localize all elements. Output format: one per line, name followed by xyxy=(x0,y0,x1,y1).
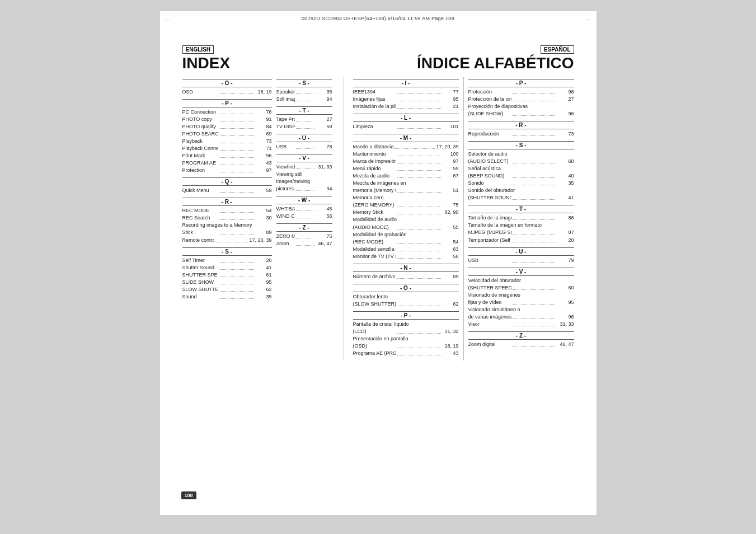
entry-dots xyxy=(513,94,556,101)
section-header: - R - xyxy=(468,121,574,129)
entry-page: 17, 20, 39 xyxy=(249,237,271,244)
entry-name: PC Connection xyxy=(182,109,218,116)
entry-name: fijas y de vídeo xyxy=(468,299,512,306)
entry-name: Shutter Sound xyxy=(182,264,218,271)
entry-name: Monitor de TV (TV DISPLAY) xyxy=(353,253,397,260)
entry-page: 61 xyxy=(255,271,272,279)
entry-name: (LCD) xyxy=(353,328,397,335)
entry-name: Zoom xyxy=(276,240,295,247)
index-entry: Reproducción 73 xyxy=(468,130,574,138)
entry-page: 62 xyxy=(442,301,459,308)
entry-page: 75 xyxy=(316,233,332,240)
entry-page: 60 xyxy=(557,284,574,292)
entry-name: PHOTO copy xyxy=(182,116,218,123)
entry-page: 91 xyxy=(255,116,272,123)
index-entry: TV DISPLAY 58 xyxy=(276,123,332,130)
entry-page: 95 xyxy=(557,299,574,306)
entry-dots xyxy=(397,326,441,334)
entry-dots xyxy=(397,271,441,279)
entry-dots xyxy=(219,87,254,94)
entry-dots xyxy=(397,101,441,109)
entry-page: 97 xyxy=(442,158,459,165)
entry-page: 58 xyxy=(442,253,459,260)
entry-dots xyxy=(219,263,254,270)
index-entry: (SLIDE SHOW) 96 xyxy=(468,110,574,118)
entry-page: 40 xyxy=(557,172,574,180)
entry-page: 78 xyxy=(316,143,332,151)
entry-page: 101 xyxy=(442,123,459,130)
entry-dots xyxy=(219,129,254,136)
entry-name: Playback xyxy=(182,138,218,145)
index-entry: Monitor de TV (TV DISPLAY) 58 xyxy=(353,253,459,260)
entry-dots xyxy=(296,204,314,211)
entry-name: Menú rápido xyxy=(353,165,397,172)
entry-page: 100 xyxy=(442,151,459,158)
lang-header: ENGLISH INDEX ESPAÑOL ÍNDICE ALFABÉTICO xyxy=(182,44,574,72)
entry-dots xyxy=(219,205,254,213)
entry-dots xyxy=(219,292,254,299)
index-entry: fijas y de vídeo 95 xyxy=(468,299,574,306)
entry-dots xyxy=(296,142,314,149)
entry-page: 41 xyxy=(255,264,272,271)
index-entry: (SLOW SHUTTER) 62 xyxy=(353,301,459,308)
entry-dots xyxy=(296,87,314,94)
entry-name: SLIDE SHOW xyxy=(182,279,218,286)
entry-page: 73 xyxy=(557,130,574,138)
entry-dots xyxy=(296,238,314,246)
section-header: - L - xyxy=(353,114,459,122)
entry-name: Marca de impresión xyxy=(353,158,397,165)
entry-name: Protection xyxy=(182,167,218,174)
entry-dots xyxy=(296,162,314,169)
english-col-2: - S -Speaker 35Still images 94- T -Tape … xyxy=(276,77,332,304)
entry-page: 35 xyxy=(255,293,272,301)
entry-name: TV DISPLAY xyxy=(276,123,295,130)
entry-dots xyxy=(219,227,254,235)
entry-name: Sound xyxy=(182,293,218,301)
entry-dots xyxy=(513,178,556,185)
entry-name: Stick . xyxy=(182,229,218,236)
entry-name: USB xyxy=(276,143,295,151)
entry-page: 35 xyxy=(316,88,332,96)
entry-dots xyxy=(513,227,556,235)
content-area: - O -OSD 18, 19- P -PC Connection 76PHOT… xyxy=(182,77,574,360)
index-entry: memoria (Memory Mix) 51 xyxy=(353,187,459,194)
index-section: - V -Viewfinder 31, 33Viewing still imag… xyxy=(276,154,332,193)
entry-name: PROGRAM AE xyxy=(182,160,218,167)
entry-page: 89 xyxy=(442,273,459,280)
entry-page: 87 xyxy=(557,229,574,236)
entry-page: 27 xyxy=(316,116,332,123)
section-header: - T - xyxy=(468,205,574,213)
index-entry: Instalación de la pila de litio 21 xyxy=(353,103,459,110)
entry-dots xyxy=(296,231,314,238)
index-entry: Still images 94 xyxy=(276,96,332,103)
entry-page: 20 xyxy=(255,257,272,264)
index-entry: Tamaño de la imagen 86 xyxy=(468,214,574,222)
section-header: - S - xyxy=(468,141,574,149)
index-entry: Visor 31, 33 xyxy=(468,321,574,328)
entry-name: Imágenes fijas xyxy=(353,96,397,103)
section-header: - I - xyxy=(353,79,459,87)
entry-page: 94 xyxy=(316,96,332,103)
index-entry: USB 79 xyxy=(468,257,574,264)
index-section: - P -Pantalla de cristal líquido (LCD) 3… xyxy=(353,311,459,357)
entry-dots xyxy=(513,339,556,346)
entry-dots xyxy=(397,207,441,214)
entry-dots xyxy=(219,270,254,277)
entry-dots xyxy=(395,142,435,149)
entry-dots xyxy=(513,255,556,263)
spanish-col-1: - I -IEEE1394 77Imágenes fijas 95Instala… xyxy=(349,77,463,360)
entry-dots xyxy=(513,319,556,326)
entry-dots xyxy=(219,185,254,193)
entry-name: REC Search xyxy=(182,214,218,222)
section-header: - W - xyxy=(276,196,332,204)
entry-dots xyxy=(219,143,254,151)
entry-name: Quick Menu xyxy=(182,187,218,194)
section-header: - T - xyxy=(276,106,332,115)
entry-page: 62 xyxy=(255,286,272,293)
index-section: - T -Tamaño de la imagen 86Tamaño de la … xyxy=(468,205,574,243)
entry-name: memoria (Memory Mix) xyxy=(353,187,397,194)
entry-dots xyxy=(513,312,556,319)
entry-name: (BEEP SOUND) xyxy=(468,172,512,180)
entry-name: (REC MODE) xyxy=(353,238,397,246)
section-header: - R - xyxy=(182,198,272,206)
